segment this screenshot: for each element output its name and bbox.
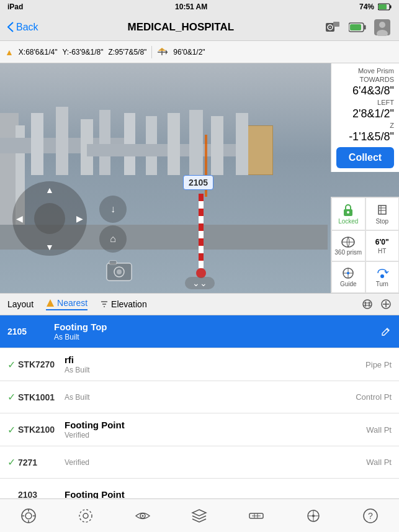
row-id-2: STK7270 — [18, 359, 65, 369]
row-content-4: Footing Point Verified — [65, 420, 342, 440]
row-id-1: 2105 — [7, 327, 54, 336]
joystick-right[interactable]: ▶ — [76, 214, 83, 223]
row-subtitle-5: Verified — [65, 458, 342, 467]
left-value: 2'8&1/2" — [336, 107, 394, 120]
svg-rect-8 — [364, 25, 366, 29]
towards-label: TOWARDS — [336, 76, 394, 83]
elevation-label: Elevation — [111, 299, 147, 309]
nav-view-btn[interactable] — [124, 502, 161, 530]
joystick-outer[interactable]: ▲ ▼ ◀ ▶ — [12, 181, 87, 256]
nav-key-btn[interactable] — [238, 502, 275, 530]
list-row[interactable]: ✓ 2103 Footing Point — [0, 479, 399, 498]
row-content-5: Verified — [65, 458, 342, 467]
bottom-nav: ? — [0, 498, 399, 532]
collect-button[interactable]: Collect — [336, 147, 394, 168]
row-content-6: Footing Point — [65, 489, 342, 499]
joystick-up[interactable]: ▲ — [45, 185, 54, 195]
back-button[interactable]: Back — [7, 22, 38, 33]
svg-point-64 — [312, 515, 315, 517]
building-wall-3 — [31, 113, 43, 175]
time: 10:51 AM — [175, 2, 207, 11]
point-label-2105: 2105 — [183, 175, 213, 190]
expand-button[interactable]: ⌄⌄ — [185, 277, 215, 289]
check-mark-4: ✓ — [7, 424, 16, 436]
nav-bar: Back MEDICAL_HOSPITAL — [0, 14, 399, 41]
back-label: Back — [16, 22, 38, 33]
row-type-5: Wall Pt — [342, 458, 392, 467]
svg-point-31 — [347, 272, 349, 274]
joystick-inner[interactable] — [34, 203, 65, 234]
layout-tab[interactable]: Layout — [7, 299, 34, 309]
toolbar-add-icon[interactable] — [380, 299, 392, 310]
list-row[interactable]: ✓ STK1001 As Built Control Pt — [0, 381, 399, 413]
move-prism-title: Move Prism — [336, 67, 394, 74]
joystick-left[interactable]: ◀ — [16, 214, 23, 223]
svg-point-20 — [117, 269, 122, 274]
row-name-4: Footing Point — [65, 420, 342, 430]
elevation-tab[interactable]: Elevation — [100, 299, 147, 309]
instrument-icon[interactable] — [323, 18, 342, 37]
guide-button[interactable]: Guide — [331, 261, 365, 293]
target-circle-icon — [20, 508, 37, 524]
nav-target-btn[interactable] — [10, 502, 47, 530]
svg-point-5 — [330, 27, 331, 28]
toolbar-settings-icon[interactable] — [362, 299, 373, 310]
help-icon: ? — [362, 508, 379, 524]
settings-gear-icon — [78, 508, 94, 524]
guide-label: Guide — [340, 281, 357, 287]
coord-y: Y:-63'9&1/8" — [62, 48, 103, 56]
nav-down-btn[interactable]: ↓ — [99, 196, 127, 223]
list-row[interactable]: ✓ STK2100 Footing Point Verified Wall Pt — [0, 413, 399, 446]
3d-view[interactable]: 2105 ▲ ▼ ◀ ▶ ↓ ⌂ Move Prism TOWARDS 6'4&… — [0, 63, 399, 293]
svg-point-52 — [83, 513, 88, 518]
row-id-3: STK1001 — [18, 392, 65, 402]
nav-crosshair-btn[interactable] — [295, 502, 332, 530]
stop-button[interactable]: Stop — [365, 197, 400, 230]
check-mark-3: ✓ — [7, 391, 16, 403]
nav-layers-btn[interactable] — [181, 502, 218, 530]
row-name-2: rfi — [65, 354, 342, 365]
row-subtitle-4: Verified — [65, 431, 342, 440]
svg-point-11 — [379, 22, 385, 28]
360prism-button[interactable]: 360 prism — [331, 230, 365, 261]
building-wall-4 — [56, 107, 68, 175]
row-id-6: 2103 — [18, 490, 65, 499]
list-row[interactable]: ✓ 7271 Verified Wall Pt — [0, 446, 399, 479]
filter-icon — [100, 300, 109, 309]
dist-icon — [157, 48, 168, 56]
check-mark-5: ✓ — [7, 456, 16, 468]
locked-button[interactable]: Locked — [331, 197, 365, 230]
turn-button[interactable]: Turn — [365, 261, 400, 293]
svg-point-32 — [380, 274, 384, 278]
nav-help-btn[interactable]: ? — [352, 502, 389, 530]
row-id-5: 7271 — [18, 458, 65, 467]
list-row[interactable]: ✓ STK7270 rfi As Built Pipe Pt — [0, 348, 399, 381]
edit-icon[interactable] — [380, 326, 392, 337]
nearest-tab[interactable]: Nearest — [46, 298, 87, 310]
profile-icon[interactable] — [373, 18, 392, 37]
svg-rect-18 — [109, 261, 117, 264]
nav-home-btn[interactable]: ⌂ — [99, 225, 127, 253]
svg-point-22 — [347, 211, 349, 214]
list-row[interactable]: 2105 Footing Top As Built — [0, 315, 399, 348]
layout-label: Layout — [7, 299, 34, 309]
coord-z: Z:95'7&5/8" — [108, 48, 146, 56]
turn-label: Turn — [376, 281, 388, 287]
joystick-area[interactable]: ▲ ▼ ◀ ▶ — [12, 181, 87, 256]
svg-point-55 — [141, 515, 143, 516]
layers-icon — [191, 508, 207, 524]
row-subtitle-3: As Built — [65, 393, 342, 402]
list-area: 2105 Footing Top As Built ✓ STK7270 rfi … — [0, 315, 399, 498]
key-icon — [248, 508, 264, 524]
ht-button[interactable]: 6'0" HT — [365, 230, 400, 261]
dist-value: 96'0&1/2" — [173, 48, 205, 56]
row-type-2: Pipe Pt — [342, 360, 392, 369]
stop-label: Stop — [375, 218, 388, 225]
warning-icon: ▲ — [5, 47, 14, 57]
nav-settings-btn[interactable] — [67, 502, 104, 530]
screenshot-btn[interactable] — [105, 259, 133, 284]
svg-rect-6 — [333, 22, 339, 27]
joystick-down[interactable]: ▼ — [45, 242, 54, 252]
battery-icon — [378, 3, 392, 11]
row-type-3: Control Pt — [342, 392, 392, 402]
